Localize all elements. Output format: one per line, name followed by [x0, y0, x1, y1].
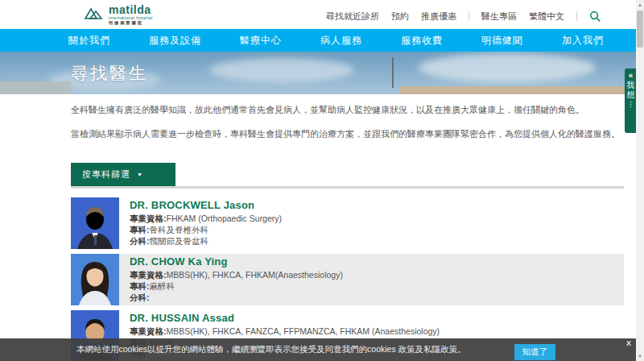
- doctor-subspecialty: 分科:: [130, 292, 343, 303]
- side-tab-label: 我想: [626, 81, 635, 100]
- doctor-name-link[interactable]: DR. CHOW Ka Ying: [130, 255, 343, 268]
- chevron-left-icon: «: [629, 71, 634, 80]
- utility-link-booking[interactable]: 預約: [391, 10, 409, 23]
- close-icon[interactable]: X: [626, 339, 631, 347]
- hospital-building: [399, 86, 625, 94]
- utility-link-find-clinic[interactable]: 尋找就近診所: [326, 10, 379, 23]
- specialty-label: 專科:: [130, 281, 150, 291]
- logo-chinese-name: 明德國際醫院: [109, 21, 153, 25]
- qualification-value: MBBS(HK), FHKCA, FHKAM(Anaesthesiology): [167, 270, 343, 280]
- scroll-up-arrow-icon[interactable]: ▲: [636, 0, 644, 10]
- doctor-qualification: 專業資格:MBBS(HK), FHKCA, FHKAM(Anaesthesiol…: [130, 269, 343, 280]
- hero-banner: 尋找醫生: [0, 52, 636, 94]
- nav-item-join-us[interactable]: 加入我們: [562, 34, 604, 48]
- filter-button-label: 按專科篩選: [82, 168, 130, 180]
- logo-name: matilda: [109, 4, 153, 15]
- divider: [576, 11, 577, 21]
- top-header: matilda international hospital 明德國際醫院 尋找…: [0, 0, 636, 29]
- doctor-info: DR. BROCKWELL Jason 專業資格:FHKAM (Orthopae…: [130, 197, 282, 247]
- qualification-label: 專業資格:: [130, 270, 167, 280]
- doctor-qualification: 專業資格:FHKAM (Orthopaedic Surgery): [130, 213, 282, 224]
- doctor-row[interactable]: DR. BROCKWELL Jason 專業資格:FHKAM (Orthopae…: [71, 197, 624, 249]
- specialty-value: 骨科及脊椎外科: [150, 225, 209, 234]
- building-mast: [392, 57, 394, 88]
- ellipsis-icon: ⋮: [627, 101, 634, 108]
- nav-item-fees[interactable]: 服務收費: [401, 34, 443, 48]
- doctor-row[interactable]: DR. CHOW Ka Ying 專業資格:MBBS(HK), FHKCA, F…: [71, 254, 624, 305]
- doctor-specialty: 專科:骨科及脊椎外科: [130, 224, 282, 235]
- subspecialty-label: 分科:: [130, 293, 150, 302]
- doctor-photo: [71, 254, 119, 305]
- nav-item-medical-centres[interactable]: 醫療中心: [240, 34, 282, 48]
- intro-paragraph-1: 全科醫生擁有廣泛的醫學知識，故此他們通常首先會見病人，並幫助病人監控健康狀況，以…: [71, 104, 618, 116]
- scrollbar-thumb[interactable]: [637, 10, 643, 48]
- divider: [469, 11, 469, 21]
- utility-nav: 尋找就近診所 預約 推廣優惠 醫生專區 繁體中文: [326, 10, 602, 23]
- cookie-message: 本網站使用cookies以提升您的網站體驗，繼續瀏覽即表示您接受及同意我們的co…: [76, 344, 466, 355]
- subspecialty-label: 分科:: [130, 236, 150, 246]
- doctor-photo: [71, 197, 119, 249]
- doctor-name-link[interactable]: DR. BROCKWELL Jason: [130, 199, 282, 211]
- doctor-specialty: 專科:麻醉科: [130, 280, 343, 292]
- doctor-list: DR. BROCKWELL Jason 專業資格:FHKAM (Orthopae…: [71, 197, 624, 361]
- nav-item-about-us[interactable]: 關於我們: [68, 34, 110, 48]
- qualification-value: FHKAM (Orthopaedic Surgery): [167, 214, 283, 223]
- cookie-banner: 本網站使用cookies以提升您的網站體驗，繼續瀏覽即表示您接受及同意我們的co…: [0, 338, 636, 361]
- nav-item-health-news[interactable]: 明德健聞: [481, 34, 523, 48]
- specialty-label: 專科:: [130, 225, 150, 234]
- qualification-label: 專業資格:: [130, 326, 167, 336]
- nav-item-services-facilities[interactable]: 服務及設備: [149, 34, 201, 48]
- doctor-subspecialty: 分科:髖關節及骨盆科: [130, 235, 282, 247]
- doctor-name-link[interactable]: DR. HUSSAIN Assad: [130, 312, 440, 324]
- chevron-down-icon: ▼: [137, 172, 143, 177]
- cloud-decoration: [209, 58, 354, 82]
- utility-link-doctor-zone[interactable]: 醫生專區: [481, 10, 517, 23]
- vertical-scrollbar[interactable]: ▲ ▼: [636, 0, 644, 361]
- nav-item-patient-services[interactable]: 病人服務: [320, 34, 362, 48]
- mountain-logo-icon: [84, 4, 105, 23]
- utility-link-promotions[interactable]: 推廣優惠: [421, 10, 456, 23]
- specialty-value: 麻醉科: [150, 281, 175, 291]
- subspecialty-value: 髖關節及骨盆科: [150, 236, 209, 246]
- cookie-accept-button[interactable]: 知道了: [514, 344, 556, 360]
- main-nav: 關於我們 服務及設備 醫療中心 病人服務 服務收費 明德健聞 加入我們: [0, 29, 636, 52]
- scroll-down-arrow-icon[interactable]: ▼: [636, 351, 644, 361]
- utility-link-language[interactable]: 繁體中文: [529, 10, 564, 23]
- hero-sign: [0, 81, 71, 94]
- doctor-info: DR. CHOW Ka Ying 專業資格:MBBS(HK), FHKCA, F…: [130, 254, 343, 303]
- intro-paragraph-2: 當檢測結果顯示病人需要進一步檢查時，專科醫生會提供專門的治療方案，並跟我們的醫療…: [71, 128, 626, 140]
- cloud-decoration: [419, 53, 596, 82]
- page-title: 尋找醫生: [71, 62, 148, 85]
- divider: [71, 186, 624, 189]
- hospital-logo[interactable]: matilda international hospital 明德國際醫院: [84, 4, 153, 25]
- i-want-side-tab[interactable]: « 我想 ⋮: [625, 68, 637, 133]
- filter-by-specialty-button[interactable]: 按專科篩選 ▼: [71, 163, 175, 186]
- search-icon[interactable]: [589, 10, 602, 23]
- qualification-value: MBBS(HK), FHKCA, FANZCA, FFPMANZCA, FHKA…: [167, 326, 440, 336]
- qualification-label: 專業資格:: [130, 214, 167, 223]
- doctor-qualification: 專業資格:MBBS(HK), FHKCA, FANZCA, FFPMANZCA,…: [130, 326, 440, 337]
